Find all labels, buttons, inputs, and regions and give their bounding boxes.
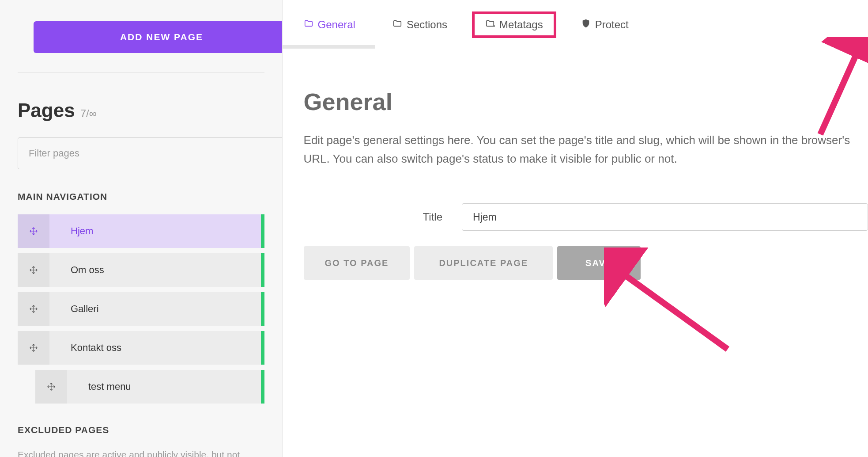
tab-metatags[interactable]: Metatags bbox=[472, 11, 556, 38]
tab-sections[interactable]: Sections bbox=[392, 18, 447, 32]
tab-label: Protect bbox=[595, 19, 629, 31]
title-field-row: Title bbox=[423, 203, 868, 231]
nav-item-label: Kontakt oss bbox=[49, 342, 121, 354]
tab-label: Sections bbox=[407, 19, 447, 31]
excluded-pages-label: EXCLUDED PAGES bbox=[18, 425, 264, 435]
page-heading: General bbox=[304, 88, 868, 115]
nav-item-label: test menu bbox=[67, 381, 131, 392]
drag-handle-icon[interactable] bbox=[18, 253, 49, 287]
svg-line-1 bbox=[617, 270, 728, 349]
action-buttons: GO TO PAGE DUPLICATE PAGE SAVE bbox=[304, 246, 641, 280]
add-new-page-button[interactable]: ADD NEW PAGE bbox=[34, 21, 283, 53]
tab-label: General bbox=[318, 19, 355, 31]
duplicate-page-button[interactable]: DUPLICATE PAGE bbox=[414, 246, 553, 280]
page-description: Edit page's general settings here. You c… bbox=[304, 131, 868, 168]
nav-item-label: Hjem bbox=[49, 225, 93, 237]
excluded-pages-description: Excluded pages are active and publicly v… bbox=[18, 448, 264, 457]
folder-icon bbox=[304, 19, 313, 31]
title-input[interactable] bbox=[462, 203, 868, 231]
nav-item-hjem[interactable]: Hjem bbox=[18, 214, 264, 248]
main-content: General Sections Metatags Protect Genera… bbox=[283, 0, 868, 457]
status-indicator bbox=[261, 253, 264, 287]
main-navigation-list: Hjem Om oss Galleri Kontakt oss bbox=[18, 214, 264, 404]
nav-item-kontakt-oss[interactable]: Kontakt oss bbox=[18, 331, 264, 365]
tab-protect[interactable]: Protect bbox=[581, 18, 629, 32]
drag-handle-icon[interactable] bbox=[18, 331, 49, 365]
folder-icon bbox=[392, 19, 402, 31]
nav-item-label: Om oss bbox=[49, 264, 104, 276]
tab-indicator bbox=[283, 45, 375, 49]
sidebar: ADD NEW PAGE Pages 7/∞ MAIN NAVIGATION H… bbox=[0, 0, 283, 457]
tabs: General Sections Metatags Protect bbox=[283, 0, 868, 48]
pages-count: 7/∞ bbox=[80, 107, 97, 120]
status-indicator bbox=[261, 292, 264, 326]
save-button[interactable]: SAVE bbox=[557, 246, 641, 280]
pages-title: Pages bbox=[18, 99, 75, 122]
status-indicator bbox=[261, 370, 264, 404]
divider bbox=[18, 72, 264, 73]
filter-pages-input[interactable] bbox=[18, 137, 283, 169]
nav-item-label: Galleri bbox=[49, 303, 99, 315]
go-to-page-button[interactable]: GO TO PAGE bbox=[304, 246, 410, 280]
pages-header: Pages 7/∞ bbox=[18, 99, 264, 122]
nav-item-om-oss[interactable]: Om oss bbox=[18, 253, 264, 287]
folder-icon bbox=[485, 19, 495, 31]
tab-label: Metatags bbox=[499, 19, 543, 31]
drag-handle-icon[interactable] bbox=[35, 370, 67, 404]
drag-handle-icon[interactable] bbox=[18, 292, 49, 326]
content-area: General Edit page's general settings her… bbox=[283, 48, 868, 231]
nav-item-test-menu[interactable]: test menu bbox=[35, 370, 264, 404]
shield-icon bbox=[581, 19, 591, 31]
status-indicator bbox=[261, 331, 264, 365]
title-label: Title bbox=[423, 211, 442, 223]
status-indicator bbox=[261, 214, 264, 248]
main-navigation-label: MAIN NAVIGATION bbox=[18, 191, 264, 202]
drag-handle-icon[interactable] bbox=[18, 214, 49, 248]
tab-general[interactable]: General bbox=[304, 18, 355, 32]
nav-item-galleri[interactable]: Galleri bbox=[18, 292, 264, 326]
